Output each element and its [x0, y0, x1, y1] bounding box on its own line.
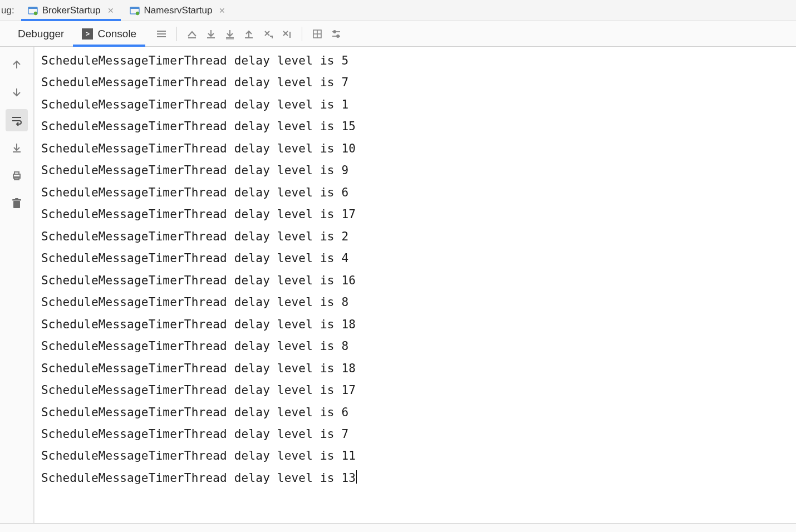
run-tab-label: BrokerStartup: [42, 5, 101, 16]
settings-sliders-icon[interactable]: [327, 24, 346, 43]
svg-point-28: [337, 35, 339, 37]
console-line: ScheduleMessageTimerThread delay level i…: [41, 445, 793, 467]
console-line: ScheduleMessageTimerThread delay level i…: [41, 402, 793, 423]
console-line: ScheduleMessageTimerThread delay level i…: [41, 50, 793, 72]
svg-point-5: [135, 11, 139, 14]
svg-rect-4: [130, 7, 139, 9]
separator: [176, 27, 177, 41]
console-line: ScheduleMessageTimerThread delay level i…: [41, 380, 793, 401]
console-line: ScheduleMessageTimerThread delay level i…: [41, 160, 793, 181]
close-icon[interactable]: ✕: [217, 6, 225, 15]
run-tab-brokerstartup[interactable]: BrokerStartup ✕: [21, 0, 121, 21]
console-line: ScheduleMessageTimerThread delay level i…: [41, 423, 793, 445]
cancel-icon[interactable]: [258, 24, 277, 43]
grid-icon[interactable]: [308, 24, 327, 43]
trash-icon[interactable]: [6, 193, 28, 215]
application-icon: [28, 6, 38, 16]
up-arrow-icon[interactable]: [6, 53, 28, 76]
download-icon[interactable]: [202, 24, 220, 43]
close-icon[interactable]: ✕: [105, 6, 114, 15]
separator: [302, 27, 302, 41]
svg-rect-35: [14, 172, 19, 174]
download-all-icon[interactable]: [220, 24, 239, 43]
tab-debugger[interactable]: Debugger: [9, 21, 73, 46]
console-line: ScheduleMessageTimerThread delay level i…: [41, 314, 793, 336]
svg-rect-1: [28, 7, 37, 9]
tab-console[interactable]: > Console: [73, 21, 145, 46]
console-line: ScheduleMessageTimerThread delay level i…: [41, 116, 793, 137]
insert-caret-icon[interactable]: [277, 24, 296, 43]
console-output[interactable]: ScheduleMessageTimerThread delay level i…: [33, 47, 796, 523]
svg-rect-39: [15, 198, 18, 199]
console-line: ScheduleMessageTimerThread delay level i…: [41, 72, 793, 93]
svg-point-2: [33, 11, 37, 14]
tab-label: Debugger: [18, 28, 64, 40]
console-gutter: [0, 47, 33, 523]
console-line: ScheduleMessageTimerThread delay level i…: [41, 204, 793, 225]
scroll-to-end-icon[interactable]: [6, 137, 28, 159]
down-arrow-icon[interactable]: [6, 81, 28, 104]
console-line: ScheduleMessageTimerThread delay level i…: [41, 358, 793, 380]
console-line: ScheduleMessageTimerThread delay level i…: [41, 94, 793, 116]
status-bar: [0, 523, 796, 532]
console-line: ScheduleMessageTimerThread delay level i…: [41, 226, 793, 248]
console-line: ScheduleMessageTimerThread delay level i…: [41, 336, 793, 357]
svg-rect-38: [12, 199, 21, 201]
application-icon: [130, 6, 140, 16]
run-tab-label: NamesrvStartup: [144, 5, 213, 16]
console-line: ScheduleMessageTimerThread delay level i…: [41, 138, 793, 160]
run-tab-namesrvstartup[interactable]: NamesrvStartup ✕: [123, 0, 233, 21]
rerun-icon[interactable]: [183, 24, 202, 43]
svg-point-26: [333, 31, 336, 33]
text-caret: [356, 470, 357, 484]
soft-wrap-icon[interactable]: [6, 109, 28, 131]
console-line: ScheduleMessageTimerThread delay level i…: [41, 467, 793, 489]
console-line: ScheduleMessageTimerThread delay level i…: [41, 248, 793, 269]
tab-label: Console: [97, 28, 136, 40]
print-icon[interactable]: [6, 165, 28, 187]
layout-settings-icon[interactable]: [152, 24, 171, 43]
upload-icon[interactable]: [239, 24, 258, 43]
run-config-tabbar: ug: BrokerStartup ✕ NamesrvStartup: [0, 0, 796, 21]
console-line: ScheduleMessageTimerThread delay level i…: [41, 292, 793, 313]
debug-subtab-row: Debugger > Console: [0, 21, 796, 47]
terminal-icon: >: [82, 28, 93, 40]
console-line: ScheduleMessageTimerThread delay level i…: [41, 182, 793, 204]
svg-rect-37: [13, 201, 20, 208]
run-config-label: ug:: [0, 5, 19, 16]
console-line: ScheduleMessageTimerThread delay level i…: [41, 270, 793, 292]
